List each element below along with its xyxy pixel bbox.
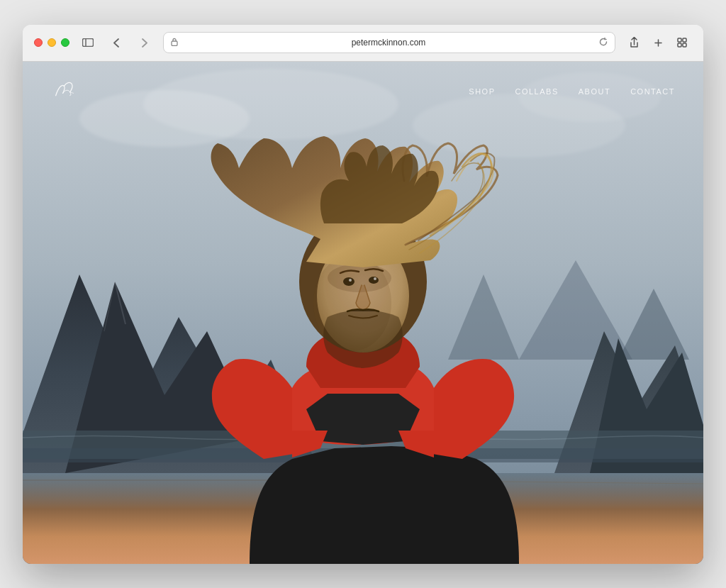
svg-point-33 [369,277,379,284]
minimize-button[interactable] [48,38,56,47]
url-text: petermckinnon.com [182,38,595,48]
address-bar[interactable]: petermckinnon.com [163,32,615,53]
svg-rect-2 [172,41,177,46]
grid-view-button[interactable] [672,33,692,52]
hero-scene [23,62,703,564]
new-tab-button[interactable] [648,33,668,52]
site-logo[interactable] [51,79,86,104]
logo-svg [51,79,86,100]
website-content: SHOP COLLABS ABOUT CONTACT [23,62,703,564]
browser-actions [624,33,692,52]
nav-about[interactable]: ABOUT [579,87,610,96]
maximize-button[interactable] [61,38,69,47]
security-icon [171,38,178,48]
nav-shop[interactable]: SHOP [469,87,495,96]
svg-rect-5 [678,38,681,42]
site-navigation: SHOP COLLABS ABOUT CONTACT [23,62,703,121]
back-button[interactable] [106,33,126,52]
svg-rect-8 [683,43,686,47]
share-button[interactable] [624,33,644,52]
browser-window: petermckinnon.com [23,25,703,564]
browser-chrome: petermckinnon.com [23,25,703,62]
close-button[interactable] [34,38,43,47]
svg-point-32 [343,277,354,286]
address-bar-container: petermckinnon.com [163,32,615,53]
svg-rect-7 [678,43,681,47]
traffic-lights [34,38,69,47]
sidebar-toggle-button[interactable] [78,33,98,52]
svg-point-35 [374,277,376,280]
svg-point-31 [328,264,391,292]
svg-rect-6 [683,38,686,42]
nav-contact[interactable]: CONTACT [630,87,675,96]
svg-rect-0 [83,39,94,47]
reload-icon[interactable] [599,38,608,48]
svg-point-34 [349,279,352,282]
nav-links: SHOP COLLABS ABOUT CONTACT [469,87,675,96]
forward-button[interactable] [135,33,155,52]
nav-collabs[interactable]: COLLABS [515,87,558,96]
